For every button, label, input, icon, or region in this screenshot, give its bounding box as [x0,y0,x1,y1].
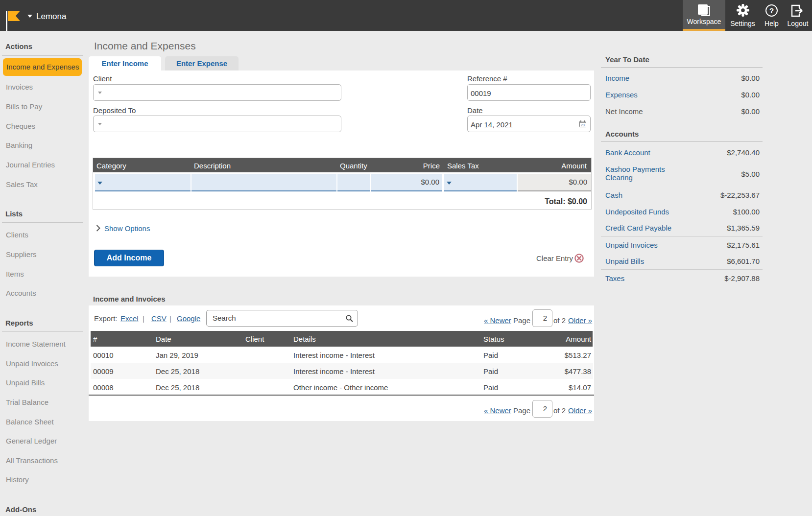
svg-text:23: 23 [581,123,585,127]
svg-text:?: ? [769,6,774,15]
